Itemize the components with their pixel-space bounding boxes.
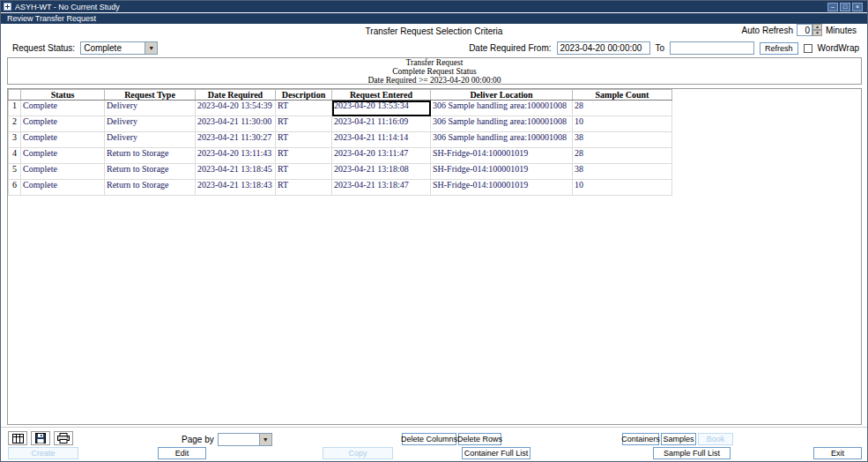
chevron-down-icon[interactable]: ▼ bbox=[145, 42, 157, 54]
grid-cell[interactable]: 2023-04-21 13:18:08 bbox=[332, 164, 431, 180]
grid-cell[interactable]: SH-Fridge-014:100001019 bbox=[431, 180, 573, 196]
grid-cell[interactable]: Return to Storage bbox=[105, 164, 196, 180]
table-row: 6CompleteReturn to Storage2023-04-21 13:… bbox=[9, 180, 672, 196]
request-status-select[interactable]: Complete ▼ bbox=[80, 41, 158, 55]
row-number[interactable]: 6 bbox=[9, 180, 21, 196]
table-row: 1CompleteDelivery2023-04-20 13:54:39RT20… bbox=[9, 101, 672, 116]
app-icon bbox=[4, 3, 11, 11]
table-header-row: Status Request Type Date Required Descri… bbox=[9, 90, 672, 101]
banner-line-1: Transfer Request bbox=[406, 58, 464, 67]
grid-cell[interactable]: RT bbox=[276, 180, 332, 196]
grid-cell[interactable]: Delivery bbox=[105, 116, 196, 132]
grid-cell[interactable]: RT bbox=[276, 101, 332, 116]
col-header-request-entered[interactable]: Request Entered bbox=[332, 90, 431, 101]
delete-columns-button[interactable]: Delete Columns bbox=[402, 433, 456, 445]
grid-cell[interactable]: Complete bbox=[21, 148, 105, 164]
grid-cell[interactable]: 2023-04-21 13:18:45 bbox=[196, 164, 276, 180]
print-icon[interactable] bbox=[54, 431, 73, 445]
grid-cell[interactable]: 38 bbox=[573, 164, 672, 180]
grid-cell[interactable]: RT bbox=[276, 164, 332, 180]
grid-cell[interactable]: SH-Fridge-014:100001019 bbox=[431, 148, 573, 164]
grid-cell[interactable]: 10 bbox=[573, 180, 672, 196]
grid-cell[interactable]: SH-Fridge-014:100001019 bbox=[431, 164, 573, 180]
status-banner: Transfer Request Complete Request Status… bbox=[7, 57, 862, 85]
auto-refresh-value[interactable]: 0 bbox=[797, 24, 812, 36]
bottom-separator bbox=[1, 427, 867, 428]
grid-cell[interactable]: 2023-04-20 13:11:43 bbox=[196, 148, 276, 164]
restore-icon[interactable]: □ bbox=[840, 3, 850, 11]
delete-rows-button[interactable]: Delete Rows bbox=[458, 433, 501, 445]
grid-cell[interactable]: RT bbox=[276, 116, 332, 132]
grid-body: 1CompleteDelivery2023-04-20 13:54:39RT20… bbox=[9, 101, 672, 196]
date-to-label: To bbox=[656, 43, 665, 53]
grid-cell[interactable]: 28 bbox=[573, 101, 672, 116]
date-from-field[interactable]: 2023-04-20 00:00:00 bbox=[557, 41, 650, 55]
grid-cell[interactable]: RT bbox=[276, 132, 332, 148]
grid-cell[interactable]: 306 Sample handling area:100001008 bbox=[431, 101, 573, 116]
grid-cell[interactable]: 2023-04-21 11:16:09 bbox=[332, 116, 431, 132]
grid-cell[interactable]: 2023-04-20 13:53:34 bbox=[332, 101, 431, 116]
col-header-date-required[interactable]: Date Required bbox=[196, 90, 276, 101]
grid-cell[interactable]: Complete bbox=[21, 180, 105, 196]
table-grid-icon[interactable] bbox=[8, 431, 27, 445]
col-header-status[interactable]: Status bbox=[21, 90, 105, 101]
corner-header bbox=[9, 90, 21, 101]
grid-cell[interactable]: 2023-04-21 13:18:43 bbox=[196, 180, 276, 196]
date-required-group: Date Required From: 2023-04-20 00:00:00 … bbox=[469, 41, 859, 55]
grid-cell[interactable]: 2023-04-21 11:14:14 bbox=[332, 132, 431, 148]
row-number[interactable]: 5 bbox=[9, 164, 21, 180]
grid-cell[interactable]: Complete bbox=[21, 101, 105, 116]
samples-button[interactable]: Samples bbox=[661, 433, 696, 445]
grid-cell[interactable]: 306 Sample handling area:100001008 bbox=[431, 132, 573, 148]
spin-down-icon[interactable]: ▼ bbox=[812, 30, 822, 36]
grid-cell[interactable]: RT bbox=[276, 148, 332, 164]
grid-cell[interactable]: Delivery bbox=[105, 132, 196, 148]
row-number[interactable]: 4 bbox=[9, 148, 21, 164]
grid-cell[interactable]: Delivery bbox=[105, 101, 196, 116]
grid-cell[interactable]: Complete bbox=[21, 164, 105, 180]
grid-cell[interactable]: 38 bbox=[573, 132, 672, 148]
grid-cell[interactable]: 28 bbox=[573, 148, 672, 164]
row-number[interactable]: 3 bbox=[9, 132, 21, 148]
banner-line-3: Date Required >= 2023-04-20 00:00:00 bbox=[367, 76, 501, 85]
menubar: Review Transfer Request bbox=[1, 13, 867, 24]
auto-refresh-stepper[interactable]: 0 ▲ ▼ bbox=[797, 24, 822, 36]
grid-cell[interactable]: 10 bbox=[573, 116, 672, 132]
minimize-icon[interactable]: – bbox=[827, 3, 838, 11]
grid-cell[interactable]: 2023-04-20 13:54:39 bbox=[196, 101, 276, 116]
chevron-down-icon[interactable]: ▼ bbox=[259, 434, 271, 445]
save-icon[interactable] bbox=[31, 431, 50, 445]
date-to-field[interactable] bbox=[670, 41, 754, 55]
grid-cell[interactable]: Complete bbox=[21, 132, 105, 148]
spin-up-icon[interactable]: ▲ bbox=[812, 24, 822, 30]
page-by-select[interactable]: ▼ bbox=[218, 433, 272, 446]
close-icon[interactable]: × bbox=[852, 3, 863, 11]
row-number[interactable]: 2 bbox=[9, 116, 21, 132]
grid-cell[interactable]: 2023-04-21 11:30:27 bbox=[196, 132, 276, 148]
col-header-description[interactable]: Description bbox=[276, 90, 332, 101]
grid-cell[interactable]: 2023-04-21 13:18:47 bbox=[332, 180, 431, 196]
col-header-deliver-location[interactable]: Deliver Location bbox=[431, 90, 573, 101]
grid-cell[interactable]: 306 Sample handling area:100001008 bbox=[431, 116, 573, 132]
row-number[interactable]: 1 bbox=[9, 101, 21, 116]
create-button: Create bbox=[8, 447, 78, 459]
grid-cell[interactable]: Complete bbox=[21, 116, 105, 132]
edit-button[interactable]: Edit bbox=[158, 447, 206, 459]
grid-cell[interactable]: Return to Storage bbox=[105, 148, 196, 164]
grid-cell[interactable]: Return to Storage bbox=[105, 180, 196, 196]
grid-cell[interactable]: 2023-04-21 11:30:00 bbox=[196, 116, 276, 132]
wordwrap-checkbox[interactable] bbox=[804, 44, 812, 53]
exit-button[interactable]: Exit bbox=[813, 447, 862, 459]
menubar-label[interactable]: Review Transfer Request bbox=[7, 14, 96, 23]
table-row: 4CompleteReturn to Storage2023-04-20 13:… bbox=[9, 148, 672, 164]
grid-cell[interactable]: 2023-04-20 13:11:47 bbox=[332, 148, 431, 164]
auto-refresh-unit: Minutes bbox=[826, 26, 857, 35]
containers-button[interactable]: Containers bbox=[622, 433, 659, 445]
col-header-request-type[interactable]: Request Type bbox=[105, 90, 196, 101]
refresh-button[interactable]: Refresh bbox=[760, 42, 798, 55]
wordwrap-label: WordWrap bbox=[818, 43, 859, 53]
col-header-sample-count[interactable]: Sample Count bbox=[573, 90, 672, 101]
sample-full-list-button[interactable]: Sample Full List bbox=[653, 447, 731, 459]
container-full-list-button[interactable]: Container Full List bbox=[462, 447, 530, 459]
page-by-group: Page by ▼ bbox=[182, 433, 272, 446]
